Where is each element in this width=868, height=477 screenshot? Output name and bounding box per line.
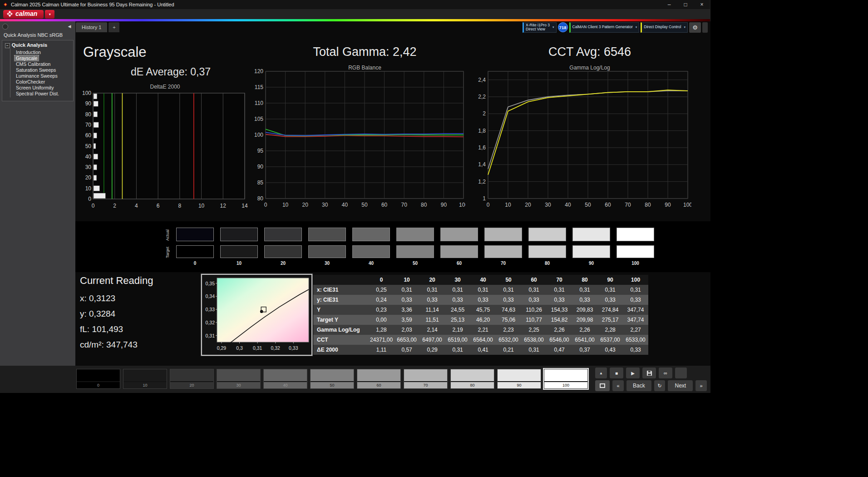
current-reading-panel: Current Reading x: 0,3123 y: 0,3284 fL: … (80, 275, 153, 353)
de-average-readout: dE Average: 0,37 (94, 66, 248, 78)
patch-button-30[interactable]: 30 (217, 369, 261, 389)
minimize-button[interactable]: – (661, 0, 677, 9)
patch-button-50[interactable]: 50 (310, 369, 354, 389)
next-button[interactable]: Next (668, 380, 693, 391)
grayscale-swatch-band: Actual Target 0102030405060708090100 (75, 221, 710, 272)
stop-button[interactable]: ■ (610, 368, 623, 378)
svg-text:2,2: 2,2 (478, 94, 486, 100)
calman-logo-icon (7, 11, 13, 17)
tab-history-1[interactable]: History 1 (76, 22, 107, 32)
up-arrow-icon: ▲ (599, 371, 603, 375)
patch-label: 20 (170, 382, 213, 388)
sidebar-item-saturation-sweeps[interactable]: Saturation Sweeps (15, 67, 57, 73)
table-cell: 2,26 (547, 325, 572, 335)
side-handle-button[interactable] (702, 22, 708, 33)
table-header-row: 0102030405060708090100 (313, 275, 648, 285)
svg-text:1,2: 1,2 (478, 179, 486, 185)
play-button[interactable]: ▶ (626, 368, 640, 378)
patch-label: 0 (77, 382, 120, 388)
svg-text:110: 110 (255, 100, 263, 106)
table-cell: 0,33 (521, 295, 547, 305)
svg-text:100: 100 (254, 132, 263, 138)
table-row-label: y: CIE31 (313, 295, 369, 305)
patch-label: 50 (311, 382, 354, 388)
table-row: CCT24371,006653,006497,006519,006564,006… (313, 335, 648, 345)
table-col-header-40: 40 (470, 275, 496, 285)
table-cell: 347,74 (623, 305, 648, 315)
table-cell: 0,29 (419, 345, 445, 355)
swatch-label-0: 0 (176, 261, 214, 266)
sidebar-item-cms-calibration[interactable]: CMS Calibration (15, 61, 52, 67)
patch-button-80[interactable]: 80 (450, 369, 494, 389)
settings-button[interactable]: ⚙ (689, 22, 701, 33)
patch-color (77, 369, 120, 382)
tree-expander-icon[interactable]: − (5, 43, 10, 48)
table-cell: 0,37 (572, 345, 597, 355)
sidebar-item-luminance-sweeps[interactable]: Luminance Sweeps (15, 73, 59, 79)
sidebar-collapse-button[interactable]: ◀ (66, 24, 73, 29)
pattern-window-button[interactable] (595, 380, 610, 391)
swatch-actual-20 (264, 228, 302, 241)
svg-text:100: 100 (459, 202, 465, 208)
sidebar-item-colorchecker[interactable]: ColorChecker (15, 79, 46, 84)
swatch-target-60 (440, 245, 478, 258)
sidebar-item-spectral-power-dist[interactable]: Spectral Power Dist. (15, 91, 60, 96)
brand-dropdown-button[interactable]: ▾ (45, 10, 54, 19)
target-row-label: Target (165, 245, 173, 259)
svg-text:10: 10 (505, 202, 511, 208)
patch-button-0[interactable]: 0 (76, 369, 120, 389)
save-button[interactable] (642, 368, 656, 378)
svg-text:0: 0 (264, 202, 267, 208)
reading-x: x: 0,3123 (80, 291, 153, 306)
swatch-label-30: 30 (308, 261, 346, 266)
display-control-select[interactable]: Direct Display Control ▾ (641, 22, 688, 33)
sidebar-item-grayscale[interactable]: Grayscale (15, 55, 39, 61)
table-cell: 0,33 (445, 295, 470, 305)
patch-button-100[interactable]: 100 (544, 369, 588, 389)
meter-select[interactable]: X-Rite i1Pro 3 Direct View ▾ (523, 22, 556, 33)
tree-root[interactable]: −Quick Analysis (4, 42, 72, 49)
svg-text:100: 100 (82, 90, 91, 96)
table-cell: 0,24 (369, 295, 394, 305)
swatch-label-90: 90 (572, 261, 610, 266)
back-button[interactable]: Back (626, 380, 651, 391)
first-page-button[interactable]: « (612, 380, 624, 391)
patch-strip: 0102030405060708090100 (76, 369, 588, 389)
swatch-target-100 (616, 245, 654, 258)
patch-button-90[interactable]: 90 (497, 369, 541, 389)
sidebar-item-introduction[interactable]: Introduction (15, 50, 42, 55)
maximize-button[interactable]: □ (677, 0, 694, 9)
swatch-actual-80 (528, 228, 566, 241)
table-cell: 0,33 (623, 345, 648, 355)
patch-button-60[interactable]: 60 (357, 369, 401, 389)
patch-button-70[interactable]: 70 (404, 369, 448, 389)
extra-button[interactable] (675, 368, 687, 378)
pattern-generator-name: CalMAN Client 3 Pattern Generator (572, 25, 633, 29)
table-row-label: CCT (313, 335, 369, 345)
refresh-button[interactable]: ↻ (654, 380, 666, 391)
play-icon: ▶ (631, 371, 635, 376)
last-page-button[interactable]: » (695, 380, 707, 391)
close-button[interactable]: × (694, 0, 710, 9)
svg-text:10: 10 (85, 185, 92, 192)
link-button[interactable]: ∞ (659, 368, 672, 378)
swatch-label-60: 60 (440, 261, 478, 266)
patch-button-20[interactable]: 20 (170, 369, 214, 389)
window-controls: – □ × (661, 0, 710, 9)
sidebar-menu-button[interactable] (2, 24, 8, 30)
svg-text:90: 90 (441, 202, 447, 208)
calman-menu-button[interactable]: calman (3, 10, 44, 19)
swatch-actual-90 (572, 228, 610, 241)
svg-text:2: 2 (483, 110, 486, 117)
table-col-header-10: 10 (394, 275, 419, 285)
patch-button-40[interactable]: 40 (263, 369, 307, 389)
pattern-window-up-button[interactable]: ▲ (595, 368, 607, 378)
sidebar-item-screen-uniformity[interactable]: Screen Uniformity (15, 85, 55, 90)
page-title: Grayscale (83, 44, 147, 60)
table-row-label: Target Y (313, 315, 369, 325)
add-tab-button[interactable]: + (108, 22, 119, 32)
table-cell: 347,74 (623, 315, 648, 325)
pattern-generator-select[interactable]: CalMAN Client 3 Pattern Generator ▾ (569, 22, 640, 33)
meter-status-badge[interactable]: 718 (558, 22, 568, 32)
patch-button-10[interactable]: 10 (123, 369, 167, 389)
